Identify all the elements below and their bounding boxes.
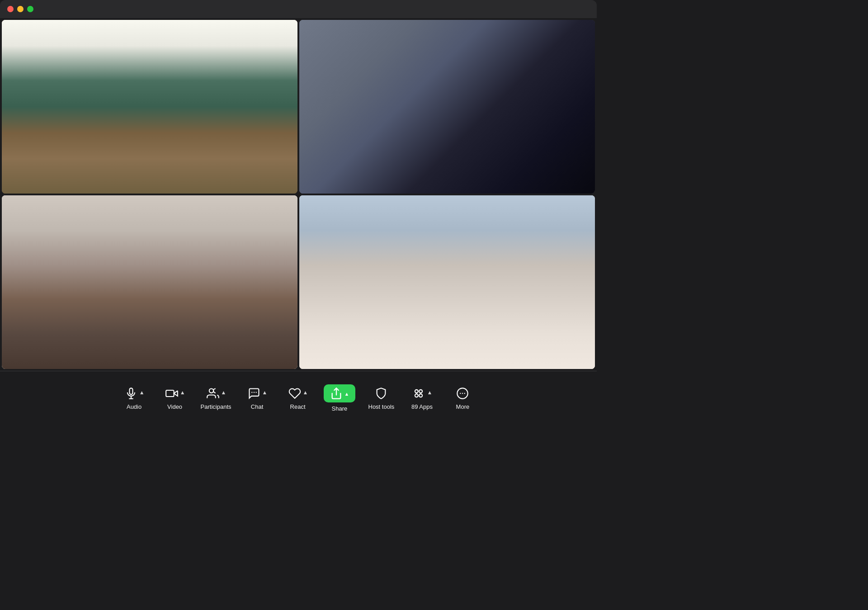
apps-icon <box>411 386 426 401</box>
participants-chevron: ▲ <box>221 389 226 396</box>
svg-point-15 <box>462 393 463 394</box>
participant-2-video <box>299 20 595 194</box>
svg-rect-0 <box>129 388 132 394</box>
chat-label: Chat <box>251 403 263 410</box>
chat-chevron: ▲ <box>262 389 268 396</box>
apps-label: 89 Apps <box>411 403 433 410</box>
svg-point-14 <box>460 393 461 394</box>
video-chevron: ▲ <box>180 389 185 396</box>
video-label: Video <box>167 403 182 410</box>
host-tools-button[interactable]: Host tools <box>361 383 401 414</box>
share-button[interactable]: ▲ Share <box>318 381 361 416</box>
apps-chevron: ▲ <box>427 389 432 396</box>
host-tools-icon <box>374 386 388 401</box>
video-button[interactable]: ▲ Video <box>155 383 195 414</box>
react-chevron: ▲ <box>303 389 308 396</box>
svg-point-11 <box>415 394 418 397</box>
traffic-lights <box>7 6 33 12</box>
participant-3-video <box>2 195 297 369</box>
more-icon <box>455 386 470 401</box>
toolbar: ▲ Audio ▲ Video <box>0 371 597 425</box>
participants-button[interactable]: ▲ Participants <box>195 383 237 414</box>
svg-point-6 <box>253 392 254 393</box>
svg-point-12 <box>420 394 423 397</box>
video-cell-3 <box>2 195 297 369</box>
react-button[interactable]: ▲ React <box>278 383 318 414</box>
close-button[interactable] <box>7 6 14 12</box>
host-tools-label: Host tools <box>368 403 395 410</box>
more-label: More <box>456 403 470 410</box>
minimize-button[interactable] <box>17 6 24 12</box>
participants-label: Participants <box>201 403 231 410</box>
svg-rect-3 <box>166 390 174 397</box>
audio-label: Audio <box>127 403 142 410</box>
svg-point-16 <box>464 393 465 394</box>
react-label: React <box>290 403 306 410</box>
participant-1-video <box>2 20 297 194</box>
audio-chevron: ▲ <box>139 389 145 396</box>
svg-point-9 <box>415 390 418 393</box>
svg-point-10 <box>420 390 423 393</box>
maximize-button[interactable] <box>27 6 33 12</box>
svg-point-7 <box>255 392 256 393</box>
share-label: Share <box>332 405 348 412</box>
apps-button[interactable]: ▲ 89 Apps <box>401 383 442 414</box>
chat-icon <box>247 386 261 401</box>
participant-4-video <box>299 195 595 369</box>
microphone-icon <box>124 386 138 401</box>
audio-button[interactable]: ▲ Audio <box>114 383 155 414</box>
video-grid <box>0 18 597 371</box>
camera-icon <box>165 386 179 401</box>
video-cell-1 <box>2 20 297 194</box>
participants-icon <box>206 386 220 401</box>
react-icon <box>288 386 302 401</box>
chat-button[interactable]: ▲ Chat <box>237 383 278 414</box>
svg-point-5 <box>251 392 252 393</box>
title-bar <box>0 0 597 18</box>
video-cell-4 <box>299 195 595 369</box>
svg-point-4 <box>209 389 213 393</box>
video-cell-2 <box>299 20 595 194</box>
more-button[interactable]: More <box>442 383 483 414</box>
